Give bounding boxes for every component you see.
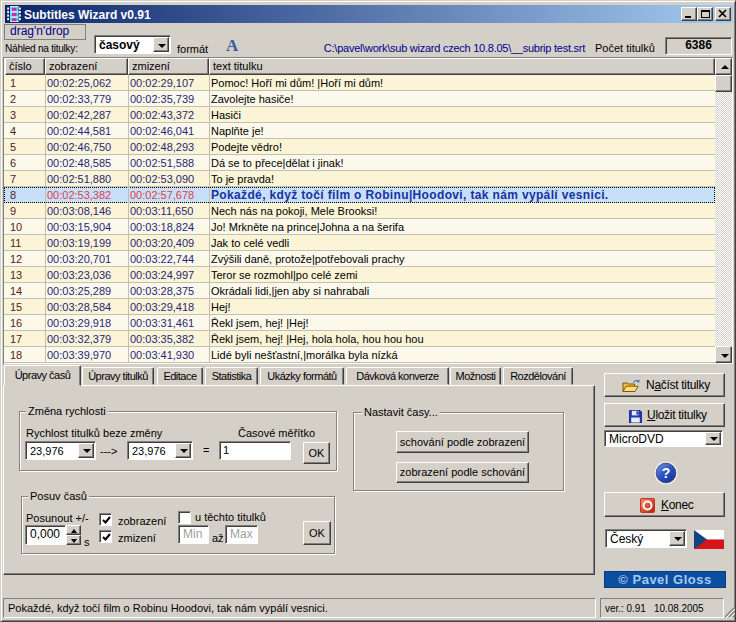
svg-text:?: ? (662, 465, 671, 481)
